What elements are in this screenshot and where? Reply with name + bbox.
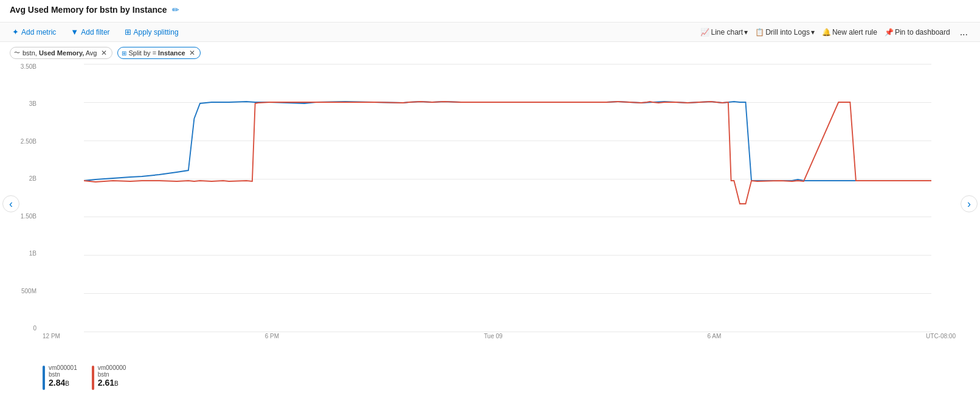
chart-svg <box>84 64 931 332</box>
y-label-500m: 500M <box>21 288 36 294</box>
split-chip-close[interactable]: ✕ <box>189 49 195 57</box>
nav-left-arrow[interactable]: ‹ <box>2 195 19 212</box>
x-label-tue09: Tue 09 <box>484 333 503 339</box>
new-alert-label: New alert rule <box>832 28 877 37</box>
add-metric-label: Add metric <box>21 28 56 37</box>
line-chart-label: Line chart <box>711 28 743 37</box>
line-chart-chevron: ▾ <box>744 28 748 37</box>
drill-logs-button[interactable]: 📋 Drill into Logs ▾ <box>755 28 815 37</box>
y-label-0: 0 <box>33 325 36 332</box>
legend-name2-vm000001: bstn <box>49 371 77 378</box>
y-label-1b: 1B <box>29 251 36 257</box>
filter-icon: ▼ <box>71 27 78 37</box>
header: Avg Used Memory for bstn by Instance ✏ <box>0 0 980 17</box>
edit-icon[interactable]: ✏ <box>172 5 179 15</box>
page-title: Avg Used Memory for bstn by Instance <box>10 5 167 15</box>
y-label-150b: 1.50B <box>21 214 36 220</box>
nav-right-arrow[interactable]: › <box>961 195 978 212</box>
drill-logs-label: Drill into Logs <box>765 28 810 37</box>
add-metric-button[interactable]: ✦ Add metric <box>10 26 58 38</box>
legend-value-vm000001: 2.84B <box>49 378 77 388</box>
blue-line <box>84 102 931 181</box>
legend-name1-vm000001: vm000001 <box>49 364 77 371</box>
split-chip-text: Split by = Instance <box>129 49 185 57</box>
legend-info-vm000001: vm000001 bstn 2.84B <box>49 364 77 388</box>
split-chip-icon: ⊞ <box>122 50 126 57</box>
split-icon: ⊞ <box>125 27 131 37</box>
x-label-6am: 6 AM <box>707 333 721 339</box>
legend-value-vm000000: 2.61B <box>98 378 126 388</box>
legend-item-vm000000: vm000000 bstn 2.61B <box>92 364 126 390</box>
x-axis: 12 PM 6 PM Tue 09 6 AM UTC-08:00 <box>43 332 956 341</box>
metric-chip-text: bstn, Used Memory, Avg <box>22 49 97 57</box>
chart-area <box>43 64 956 332</box>
legend-item-vm000001: vm000001 bstn 2.84B <box>43 364 77 390</box>
legend-name2-vm000000: bstn <box>98 371 126 378</box>
metric-chip-icon: 〜 <box>14 49 20 57</box>
legend: vm000001 bstn 2.84B vm000000 bstn 2.61B <box>0 362 980 392</box>
pin-icon: 📌 <box>885 28 894 37</box>
red-line <box>84 102 931 204</box>
legend-color-blue <box>43 366 45 390</box>
chart-container: 3.50B 3B 2.50B 2B 1.50B 1B 500M 0 <box>0 64 980 362</box>
apply-splitting-label: Apply splitting <box>134 28 179 37</box>
y-label-350b: 3.50B <box>21 64 36 70</box>
line-chart-icon: 📈 <box>700 28 709 37</box>
line-chart-button[interactable]: 📈 Line chart ▾ <box>700 28 748 37</box>
legend-info-vm000000: vm000000 bstn 2.61B <box>98 364 126 388</box>
y-label-250b: 2.50B <box>21 139 36 145</box>
pin-dashboard-button[interactable]: 📌 Pin to dashboard <box>885 28 950 37</box>
metric-chip-close[interactable]: ✕ <box>101 49 107 57</box>
split-chip: ⊞ Split by = Instance ✕ <box>117 47 201 59</box>
legend-color-red <box>92 366 94 390</box>
alert-icon: 🔔 <box>822 28 831 37</box>
y-label-2b: 2B <box>29 176 36 182</box>
drill-logs-chevron: ▾ <box>811 28 815 37</box>
legend-name1-vm000000: vm000000 <box>98 364 126 371</box>
x-label-6pm: 6 PM <box>265 333 279 339</box>
plus-icon: ✦ <box>12 27 19 37</box>
more-button[interactable]: ... <box>958 27 970 38</box>
y-label-3b: 3B <box>29 101 36 107</box>
pin-dashboard-label: Pin to dashboard <box>895 28 950 37</box>
add-filter-button[interactable]: ▼ Add filter <box>68 26 112 38</box>
metric-chip: 〜 bstn, Used Memory, Avg ✕ <box>10 47 112 59</box>
add-filter-label: Add filter <box>81 28 109 37</box>
chips-row: 〜 bstn, Used Memory, Avg ✕ ⊞ Split by = … <box>0 42 980 64</box>
toolbar-left: ✦ Add metric ▼ Add filter ⊞ Apply splitt… <box>10 26 181 38</box>
drill-logs-icon: 📋 <box>755 28 764 37</box>
toolbar: ✦ Add metric ▼ Add filter ⊞ Apply splitt… <box>0 22 980 42</box>
apply-splitting-button[interactable]: ⊞ Apply splitting <box>122 26 181 38</box>
new-alert-button[interactable]: 🔔 New alert rule <box>822 28 877 37</box>
x-label-utc: UTC-08:00 <box>926 333 956 339</box>
x-label-12pm: 12 PM <box>43 333 60 339</box>
toolbar-right: 📈 Line chart ▾ 📋 Drill into Logs ▾ 🔔 New… <box>700 27 970 38</box>
